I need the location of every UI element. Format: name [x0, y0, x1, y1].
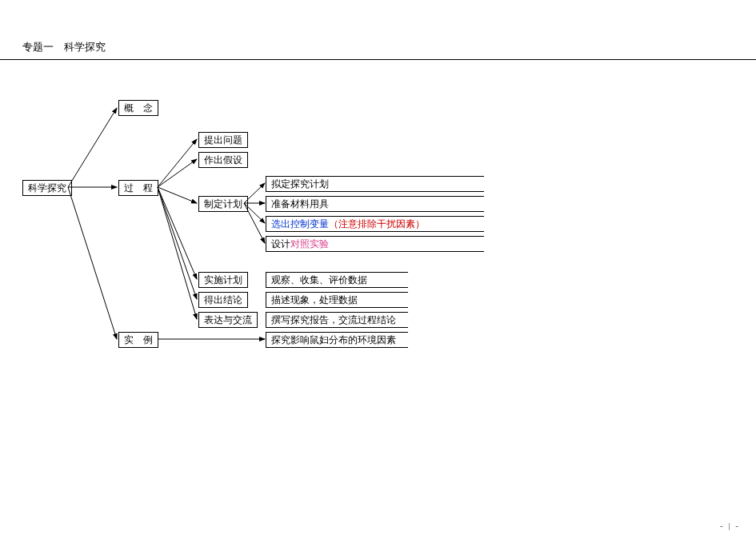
node-implement-desc-label: 观察、收集、评价数据 — [271, 274, 367, 285]
svg-line-6 — [158, 187, 197, 279]
node-root: 科学探究 — [22, 180, 72, 196]
node-hypothesis: 作出假设 — [198, 152, 248, 168]
page-header: 专题一 科学探究 — [0, 0, 756, 60]
node-implement-desc: 观察、收集、评价数据 — [266, 272, 408, 288]
page-footer: - | - — [720, 521, 740, 530]
node-express: 表达与交流 — [198, 312, 258, 328]
node-plan-prepare-label: 准备材料用具 — [271, 198, 329, 210]
svg-line-5 — [158, 187, 197, 203]
node-plan-label: 制定计划 — [204, 198, 242, 210]
node-hypothesis-label: 作出假设 — [204, 154, 242, 166]
node-example-label: 实 例 — [124, 334, 153, 345]
svg-line-7 — [158, 187, 197, 299]
svg-line-2 — [68, 187, 117, 339]
node-implement-label: 实施计划 — [204, 274, 242, 285]
node-plan: 制定计划 — [198, 196, 248, 212]
svg-line-0 — [68, 108, 117, 187]
node-express-label: 表达与交流 — [204, 314, 252, 325]
node-plan-design-b: 对照实验 — [290, 238, 329, 250]
node-conclusion-desc-label: 描述现象，处理数据 — [271, 294, 358, 305]
node-conclusion-desc: 描述现象，处理数据 — [266, 292, 408, 308]
node-concept: 概 念 — [118, 100, 158, 116]
node-plan-control-b: （注意排除干扰因素） — [329, 218, 425, 230]
node-example-desc-label: 探究影响鼠妇分布的环境因素 — [271, 334, 396, 345]
node-process-label: 过 程 — [124, 182, 153, 194]
node-example-desc: 探究影响鼠妇分布的环境因素 — [266, 332, 408, 348]
node-plan-control-a: 选出控制变量 — [271, 218, 329, 230]
node-plan-draft: 拟定探究计划 — [266, 176, 484, 192]
node-plan-design-a: 设计 — [271, 238, 290, 250]
node-example: 实 例 — [118, 332, 158, 348]
node-express-desc: 撰写探究报告，交流过程结论 — [266, 312, 408, 328]
node-express-desc-label: 撰写探究报告，交流过程结论 — [271, 314, 396, 325]
node-process: 过 程 — [118, 180, 158, 196]
node-plan-draft-label: 拟定探究计划 — [271, 178, 329, 190]
node-plan-prepare: 准备材料用具 — [266, 196, 484, 212]
node-question-label: 提出问题 — [204, 134, 242, 146]
svg-line-3 — [158, 139, 197, 187]
node-implement: 实施计划 — [198, 272, 248, 288]
svg-line-8 — [158, 187, 197, 319]
node-conclusion-label: 得出结论 — [204, 294, 242, 305]
node-conclusion: 得出结论 — [198, 292, 248, 308]
node-plan-control: 选出控制变量（注意排除干扰因素） — [266, 216, 484, 232]
svg-line-4 — [158, 159, 197, 187]
node-plan-design: 设计对照实验 — [266, 236, 484, 252]
node-concept-label: 概 念 — [124, 102, 153, 114]
node-question: 提出问题 — [198, 132, 248, 148]
page-title: 专题一 科学探究 — [22, 41, 106, 53]
node-root-label: 科学探究 — [28, 182, 66, 194]
